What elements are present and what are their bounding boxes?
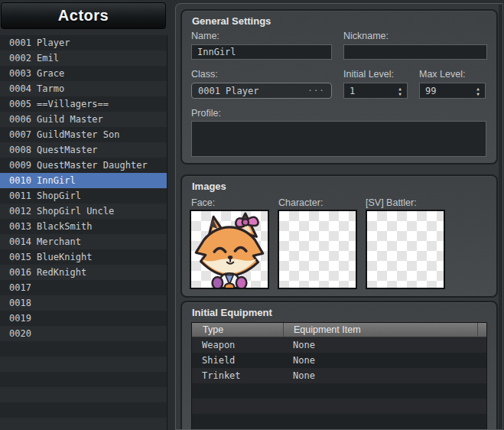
class-label: Class:	[191, 69, 218, 80]
nickname-label: Nickname:	[343, 31, 389, 41]
actor-list-item-0019[interactable]: 0019	[0, 311, 167, 326]
spin-down-icon[interactable]: ▼	[476, 91, 480, 96]
initial-level-spinbox[interactable]: 1 ▲ ▼	[343, 83, 408, 99]
equipment-item-cell: None	[283, 368, 477, 383]
actor-list-item-0016[interactable]: 0016 RedKnight	[0, 265, 167, 280]
name-label: Name:	[191, 31, 219, 41]
class-select-button[interactable]: 0001 Player ···	[191, 83, 332, 99]
actor-list-item-0010[interactable]: 0010 InnGirl	[0, 173, 167, 188]
profile-label: Profile:	[191, 108, 221, 119]
column-header-spacer	[477, 323, 486, 337]
equipment-row-shield[interactable]: ShieldNone	[192, 353, 486, 368]
ellipsis-icon: ···	[307, 86, 325, 96]
right-pane-scrollbar[interactable]	[499, 5, 502, 430]
column-header-equipment-item[interactable]: Equipment Item	[283, 323, 477, 337]
equipment-table-body[interactable]: WeaponNoneShieldNoneTrinketNone	[192, 337, 486, 430]
equipment-type-cell: Trinket	[192, 368, 283, 383]
spin-down-icon[interactable]: ▼	[398, 91, 402, 96]
initial-level-value: 1	[350, 86, 355, 96]
actor-list-item-0003[interactable]: 0003 Grace	[0, 66, 167, 81]
character-label: Character:	[278, 197, 323, 208]
actor-list-item-0014[interactable]: 0014 Merchant	[0, 234, 167, 249]
actor-list-item-0017[interactable]: 0017	[0, 280, 167, 295]
actor-list-item-0007[interactable]: 0007 GuildMaster Son	[0, 127, 167, 142]
actor-list-item-0006[interactable]: 0006 Guild Master	[0, 112, 167, 127]
nickname-input[interactable]	[343, 44, 487, 60]
equipment-type-cell: Shield	[192, 353, 283, 368]
general-settings-group: General Settings Name: Nickname: Class: …	[180, 9, 498, 165]
profile-textarea[interactable]	[191, 121, 486, 157]
actor-list-item-0002[interactable]: 0002 Emil	[0, 50, 167, 66]
actor-settings-pane: General Settings Name: Nickname: Class: …	[175, 3, 503, 430]
initial-equipment-group: Initial Equipment Type Equipment Item We…	[180, 301, 498, 430]
initial-level-label: Initial Level:	[343, 69, 394, 80]
name-input[interactable]	[191, 44, 332, 60]
class-value: 0001 Player	[198, 86, 259, 96]
actor-list-item-0020[interactable]: 0020	[0, 326, 167, 341]
sv-battler-label: [SV] Battler:	[366, 197, 417, 208]
actor-list-item-0005[interactable]: 0005 ==Villagers==	[0, 96, 167, 112]
actor-list-item-0015[interactable]: 0015 BlueKnight	[0, 249, 167, 265]
equipment-row-trinket[interactable]: TrinketNone	[192, 368, 486, 383]
initial-equipment-title: Initial Equipment	[192, 307, 272, 318]
actor-list-item-0011[interactable]: 0011 ShopGirl	[0, 188, 167, 204]
actor-list-item-0012[interactable]: 0012 ShopGirl Uncle	[0, 204, 167, 219]
general-settings-title: General Settings	[192, 15, 271, 27]
equipment-type-cell: Weapon	[192, 337, 283, 353]
actor-list-item-0001[interactable]: 0001 Player	[0, 35, 167, 50]
actor-list-item-0008[interactable]: 0008 QuestMaster	[0, 142, 167, 158]
images-group: Images Face: Character: [SV] Battler:	[180, 174, 498, 298]
actor-list[interactable]: 0001 Player0002 Emil0003 Grace0004 Tarmo…	[0, 35, 167, 430]
max-level-label: Max Level:	[419, 69, 465, 80]
spin-up-icon[interactable]: ▲	[398, 86, 402, 91]
actors-panel-title: Actors	[58, 7, 109, 24]
actor-list-item-0004[interactable]: 0004 Tarmo	[0, 81, 167, 96]
face-label: Face:	[191, 197, 215, 208]
spin-up-icon[interactable]: ▲	[476, 86, 480, 91]
sv-battler-image-box[interactable]	[366, 210, 445, 289]
actors-panel-header: Actors	[1, 2, 166, 29]
equipment-row-weapon[interactable]: WeaponNone	[192, 337, 486, 353]
equipment-table: Type Equipment Item WeaponNoneShieldNone…	[191, 322, 487, 430]
fox-girl-face-image	[191, 211, 268, 288]
character-image-box[interactable]	[278, 210, 357, 289]
images-title: Images	[192, 181, 226, 192]
column-header-type[interactable]: Type	[192, 323, 283, 337]
equipment-item-cell: None	[283, 353, 477, 368]
equipment-table-header: Type Equipment Item	[192, 323, 486, 337]
actor-list-item-0009[interactable]: 0009 QuestMaster Daughter	[0, 158, 167, 173]
max-level-spinbox[interactable]: 99 ▲ ▼	[419, 83, 486, 99]
face-image-box[interactable]	[190, 210, 269, 289]
max-level-value: 99	[425, 86, 436, 96]
actor-list-item-0013[interactable]: 0013 BlackSmith	[0, 219, 167, 234]
actor-list-item-0018[interactable]: 0018	[0, 295, 167, 311]
equipment-item-cell: None	[283, 337, 477, 353]
